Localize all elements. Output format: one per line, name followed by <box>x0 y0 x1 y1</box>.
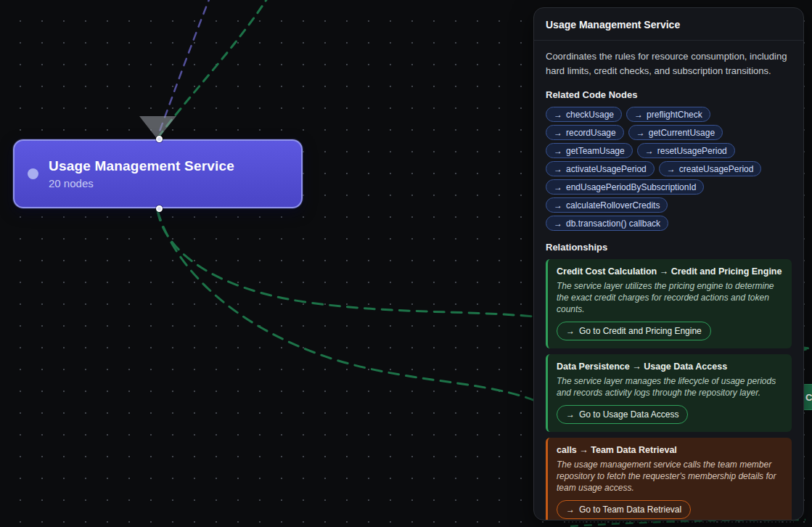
graph-node-usage-management-service[interactable]: Usage Management Service 20 nodes <box>13 139 303 208</box>
code-node-pill[interactable]: → createUsagePeriod <box>659 161 762 176</box>
node-title: Usage Management Service <box>49 158 234 174</box>
code-node-pill[interactable]: → getTeamUsage <box>546 143 633 158</box>
relationship-card-list: Credit Cost Calculation → Credit and Pri… <box>546 259 792 520</box>
code-node-pill[interactable]: → recordUsage <box>546 125 624 140</box>
edge-purple-incoming <box>158 0 211 135</box>
edge-green-bottom-sliver <box>570 520 805 526</box>
details-panel-header: Usage Management Service <box>534 8 803 41</box>
code-node-pill[interactable]: → checkUsage <box>546 107 622 122</box>
details-panel: Usage Management Service Coordinates the… <box>533 7 804 520</box>
code-node-pill-list: → checkUsage → preflightCheck → recordUs… <box>546 107 792 231</box>
relationship-card-title: Credit Cost Calculation → Credit and Pri… <box>557 266 783 277</box>
arrow-icon: → <box>667 164 676 174</box>
node-handle-top[interactable] <box>156 136 163 142</box>
node-handle-bottom[interactable] <box>156 205 163 212</box>
node-description: Coordinates the rules for resource consu… <box>546 49 792 78</box>
go-to-button[interactable]: → Go to Team Data Retrieval <box>557 500 691 519</box>
code-node-pill-label: getCurrentUsage <box>649 128 715 138</box>
go-to-button-label: Go to Usage Data Access <box>579 409 678 420</box>
arrow-icon: → <box>554 200 562 211</box>
arrow-icon: → <box>554 164 562 174</box>
code-node-pill-label: checkUsage <box>566 110 614 120</box>
relationships-header: Relationships <box>546 242 792 253</box>
go-to-button[interactable]: → Go to Usage Data Access <box>557 405 688 424</box>
code-node-pill[interactable]: → activateUsagePeriod <box>546 161 655 176</box>
relationship-card: calls → Team Data Retrieval The usage ma… <box>546 438 792 520</box>
code-node-pill-label: preflightCheck <box>647 110 702 120</box>
code-node-pill-label: recordUsage <box>566 128 616 138</box>
go-to-button-label: Go to Team Data Retrieval <box>579 504 681 515</box>
code-node-pill[interactable]: → calculateRolloverCredits <box>546 197 668 213</box>
arrow-icon: → <box>566 504 575 515</box>
node-subtitle: 20 nodes <box>49 177 234 189</box>
code-node-pill[interactable]: → db.transaction() callback <box>546 216 668 231</box>
arrow-icon: → <box>554 128 562 138</box>
edge-green-incoming <box>159 0 270 136</box>
code-node-pill-label: getTeamUsage <box>566 146 625 156</box>
code-node-pill-label: activateUsagePeriod <box>566 164 647 174</box>
code-node-pill-label: calculateRolloverCredits <box>566 200 660 211</box>
arrow-icon: → <box>554 146 562 156</box>
code-node-pill[interactable]: → preflightCheck <box>626 107 710 122</box>
arrow-icon: → <box>566 409 575 420</box>
code-node-pill[interactable]: → resetUsagePeriod <box>637 143 735 158</box>
code-node-pill[interactable]: → getCurrentUsage <box>628 125 723 140</box>
relationship-card-title: Data Persistence → Usage Data Access <box>557 361 783 372</box>
relationship-card-title: calls → Team Data Retrieval <box>557 445 783 455</box>
code-node-pill-label: endUsagePeriodBySubscriptionId <box>566 182 696 192</box>
relationship-card-description: The service layer utilizes the pricing e… <box>557 280 783 315</box>
arrow-icon: → <box>636 128 645 138</box>
go-to-button[interactable]: → Go to Credit and Pricing Engine <box>557 322 711 340</box>
arrow-icon: → <box>634 110 643 120</box>
relationship-card: Credit Cost Calculation → Credit and Pri… <box>546 259 792 348</box>
arrow-icon: → <box>554 110 562 120</box>
arrow-icon: → <box>566 326 575 336</box>
arrow-icon: → <box>554 182 562 192</box>
arrow-icon: → <box>554 218 562 229</box>
details-panel-body[interactable]: Coordinates the rules for resource consu… <box>534 41 803 520</box>
relationship-card-description: The service layer manages the lifecycle … <box>557 375 783 399</box>
code-node-pill-label: resetUsagePeriod <box>657 146 727 156</box>
code-node-pill-label: db.transaction() callback <box>566 218 660 229</box>
arrow-icon: → <box>645 146 654 156</box>
code-node-pill-label: createUsagePeriod <box>679 164 754 174</box>
code-node-pill[interactable]: → endUsagePeriodBySubscriptionId <box>546 179 704 195</box>
panel-title: Usage Management Service <box>546 19 792 30</box>
related-code-nodes-header: Related Code Nodes <box>546 89 792 100</box>
peek-node-label: Co <box>805 392 812 403</box>
go-to-button-label: Go to Credit and Pricing Engine <box>579 326 702 336</box>
node-accent-dot <box>28 168 38 179</box>
relationship-card: Data Persistence → Usage Data Access The… <box>546 354 792 432</box>
relationship-card-description: The usage management service calls the t… <box>557 459 783 494</box>
